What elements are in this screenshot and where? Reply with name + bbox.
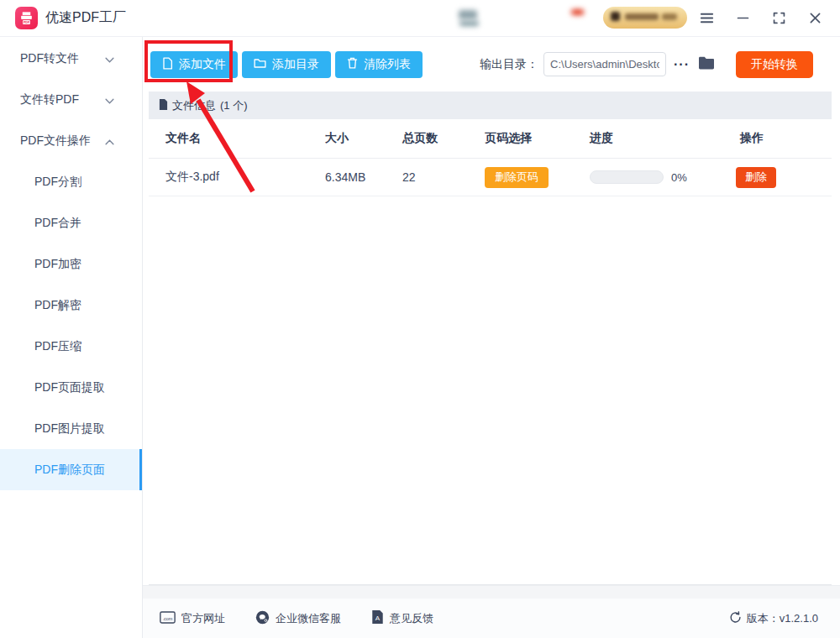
delete-page-numbers-button[interactable]: 删除页码 bbox=[485, 167, 549, 188]
main-panel: 添加文件 添加目录 清除列表 输出目录： ··· 开始转换 bbox=[143, 37, 840, 638]
website-com-icon: .com bbox=[160, 611, 176, 626]
redacted-vip-text bbox=[625, 13, 659, 20]
chevron-down-icon bbox=[105, 52, 114, 65]
redacted-vip-text bbox=[662, 13, 677, 20]
output-dir-input[interactable] bbox=[543, 52, 666, 76]
feedback-label: 意见反馈 bbox=[390, 611, 433, 626]
version-label: 版本：v1.2.1.0 bbox=[747, 611, 818, 626]
file-info-title: 文件信息 bbox=[172, 98, 216, 113]
table-header: 文件名 大小 总页数 页码选择 进度 操作 bbox=[149, 119, 832, 159]
sidebar-item-pdf-delete-pages[interactable]: PDF删除页面 bbox=[0, 449, 142, 490]
start-convert-button[interactable]: 开始转换 bbox=[736, 51, 813, 78]
redacted-vip-text bbox=[611, 12, 620, 21]
sidebar-item-label: PDF页面提取 bbox=[34, 380, 105, 395]
menu-icon[interactable] bbox=[698, 10, 715, 27]
sidebar-group-pdf-file-ops[interactable]: PDF文件操作 bbox=[0, 120, 142, 161]
app-logo-icon: PDF bbox=[15, 7, 38, 29]
sidebar-item-pdf-decrypt[interactable]: PDF解密 bbox=[0, 285, 142, 326]
sidebar-group-file-to-pdf[interactable]: 文件转PDF bbox=[0, 79, 142, 120]
sidebar-item-label: PDF解密 bbox=[34, 298, 81, 313]
col-size: 大小 bbox=[325, 131, 402, 146]
table-empty-area bbox=[149, 196, 832, 584]
sidebar-group-label: PDF文件操作 bbox=[20, 133, 91, 149]
minimize-icon[interactable] bbox=[734, 10, 751, 27]
cell-total-pages: 22 bbox=[402, 170, 485, 184]
sidebar: PDF转文件 文件转PDF PDF文件操作 PDF分割 PDF合并 PDF加密 … bbox=[0, 37, 143, 638]
sidebar-item-pdf-page-extract[interactable]: PDF页面提取 bbox=[0, 367, 142, 408]
svg-text:.com: .com bbox=[163, 616, 173, 621]
sidebar-item-pdf-encrypt[interactable]: PDF加密 bbox=[0, 243, 142, 285]
titlebar: PDF 优速PDF工厂 bbox=[0, 0, 840, 37]
redacted-avatar-mark bbox=[459, 21, 479, 26]
col-total-pages: 总页数 bbox=[402, 131, 485, 146]
cell-size: 6.34MB bbox=[325, 170, 402, 184]
col-progress: 进度 bbox=[590, 131, 740, 146]
sidebar-item-pdf-merge[interactable]: PDF合并 bbox=[0, 202, 142, 243]
sidebar-group-label: 文件转PDF bbox=[20, 92, 79, 107]
wechat-support-label: 企业微信客服 bbox=[276, 611, 341, 626]
chevron-down-icon bbox=[105, 93, 114, 107]
redacted-badge bbox=[571, 9, 584, 15]
redacted-avatar bbox=[459, 10, 477, 19]
sidebar-item-label: PDF图片提取 bbox=[34, 421, 105, 437]
file-info-bar: 文件信息 (1 个) bbox=[149, 92, 832, 119]
add-file-button[interactable]: 添加文件 bbox=[150, 51, 238, 78]
refresh-icon[interactable] bbox=[729, 611, 742, 626]
wechat-chat-icon bbox=[255, 610, 270, 627]
feedback-link[interactable]: A 意见反馈 bbox=[371, 610, 433, 626]
official-site-link[interactable]: .com 官方网址 bbox=[160, 611, 225, 626]
app-window: PDF 优速PDF工厂 bbox=[0, 0, 840, 638]
delete-row-button[interactable]: 删除 bbox=[736, 167, 776, 188]
file-table-card: 文件信息 (1 个) 文件名 大小 总页数 页码选择 进度 操作 文件-3.pd… bbox=[149, 92, 832, 585]
folder-filled-icon bbox=[697, 55, 716, 73]
folder-icon bbox=[254, 58, 266, 71]
official-site-label: 官方网址 bbox=[181, 611, 225, 626]
cell-progress: 0% bbox=[590, 170, 740, 184]
feedback-doc-icon: A bbox=[371, 610, 384, 626]
version-info: 版本：v1.2.1.0 bbox=[729, 611, 818, 626]
sidebar-item-label: PDF加密 bbox=[34, 257, 81, 272]
close-icon[interactable] bbox=[806, 10, 823, 27]
maximize-icon[interactable] bbox=[770, 10, 787, 27]
toolbar: 添加文件 添加目录 清除列表 输出目录： ··· 开始转换 bbox=[143, 37, 840, 92]
chevron-up-icon bbox=[105, 134, 114, 148]
app-title: 优速PDF工厂 bbox=[45, 9, 126, 27]
browse-more-button[interactable]: ··· bbox=[674, 57, 690, 72]
cell-filename: 文件-3.pdf bbox=[165, 170, 325, 185]
svg-text:A: A bbox=[375, 614, 381, 622]
gap-strip bbox=[143, 585, 840, 599]
file-count: (1 个) bbox=[220, 98, 248, 113]
file-icon bbox=[162, 57, 173, 72]
sidebar-item-label: PDF删除页面 bbox=[34, 463, 105, 478]
sidebar-item-pdf-split[interactable]: PDF分割 bbox=[0, 161, 142, 202]
sidebar-item-label: PDF压缩 bbox=[34, 339, 81, 354]
add-folder-label: 添加目录 bbox=[272, 57, 319, 72]
window-controls bbox=[698, 10, 823, 27]
clear-list-button[interactable]: 清除列表 bbox=[335, 51, 423, 78]
footer: .com 官方网址 企业微信客服 A 意见反馈 版本：v1.2.1.0 bbox=[143, 599, 840, 638]
progress-bar bbox=[590, 170, 664, 184]
sidebar-item-pdf-image-extract[interactable]: PDF图片提取 bbox=[0, 408, 142, 449]
sidebar-item-label: PDF合并 bbox=[34, 216, 81, 231]
sidebar-group-pdf-to-file[interactable]: PDF转文件 bbox=[0, 38, 142, 79]
sidebar-item-pdf-compress[interactable]: PDF压缩 bbox=[0, 326, 142, 367]
col-filename: 文件名 bbox=[165, 131, 325, 146]
table-row: 文件-3.pdf 6.34MB 22 删除页码 0% 删除 bbox=[149, 159, 832, 196]
wechat-support-link[interactable]: 企业微信客服 bbox=[255, 610, 341, 627]
trash-icon bbox=[347, 57, 358, 71]
document-icon bbox=[159, 99, 168, 112]
add-folder-button[interactable]: 添加目录 bbox=[242, 51, 331, 78]
add-file-label: 添加文件 bbox=[179, 57, 226, 72]
output-dir-label: 输出目录： bbox=[480, 57, 538, 72]
sidebar-group-label: PDF转文件 bbox=[20, 51, 79, 66]
col-page-select: 页码选择 bbox=[485, 131, 590, 146]
progress-percent: 0% bbox=[671, 171, 687, 184]
clear-list-label: 清除列表 bbox=[364, 57, 411, 72]
redacted-vip-button bbox=[603, 7, 687, 29]
open-output-folder-button[interactable] bbox=[697, 55, 716, 73]
sidebar-item-label: PDF分割 bbox=[34, 175, 81, 190]
col-action: 操作 bbox=[740, 131, 820, 146]
svg-text:PDF: PDF bbox=[24, 21, 30, 24]
